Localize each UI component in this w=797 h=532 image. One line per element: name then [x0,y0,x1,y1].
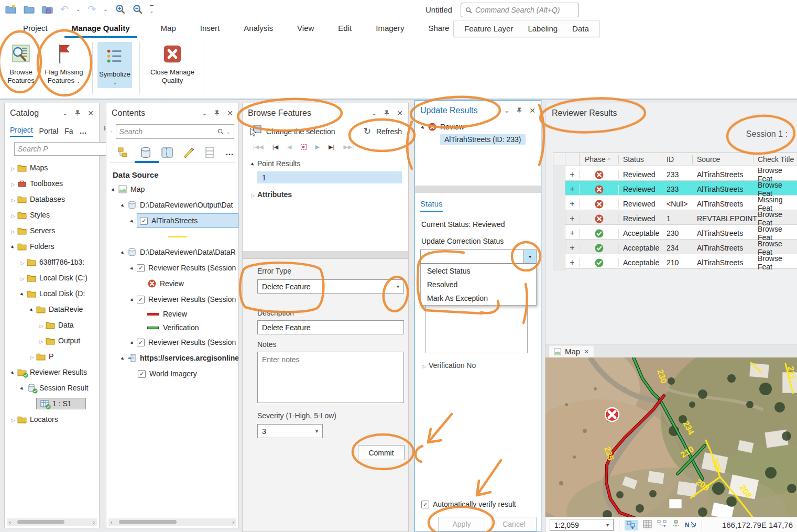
layout-grid-add-icon[interactable] [625,520,638,530]
pin-icon[interactable] [516,107,522,114]
apply-button[interactable]: Apply [438,517,485,531]
next-result-icon[interactable]: ▶ [315,144,320,150]
table-row[interactable]: +Reviewed1REVTABLEPOINTBrowse Feat [553,210,797,225]
pin-icon[interactable] [384,110,390,116]
expander-icon[interactable] [37,336,46,345]
catalog-item-toolboxes[interactable]: Toolboxes [5,176,99,191]
option-mark-as-exception[interactable]: Mark As Exception [421,291,536,305]
catalog-item-638ff786[interactable]: 638ff786-1b3: [5,254,99,270]
expander-icon[interactable] [9,415,17,424]
contents-search-input[interactable] [119,127,215,136]
tab-share[interactable]: Share [421,20,456,38]
catalog-tab-overflow[interactable]: … [80,127,88,135]
column-check-title[interactable]: Check Title [754,155,797,164]
tab-view[interactable]: View [290,20,321,38]
horizontal-scrollbar[interactable]: ‹› [108,518,236,526]
expander-icon[interactable] [128,338,137,346]
contents-item-reviewer-results-2[interactable]: Reviewer Results (Session 1 : [106,291,238,307]
change-selection-icon[interactable] [249,125,262,137]
contents-item-arcgisonline[interactable]: https://services.arcgisonline.c [106,350,238,366]
catalog-item-session-result[interactable]: Session Result [5,380,99,396]
list-by-drawing-order-icon[interactable] [118,147,130,158]
contents-item-verification-line[interactable]: Verification [106,321,238,334]
description-input[interactable] [257,320,404,334]
previous-page-icon[interactable]: |◀ [272,144,278,150]
compass-north-icon[interactable]: N [685,521,696,529]
catalog-item-folders[interactable]: Folders [5,238,99,254]
expander-icon[interactable] [419,123,428,131]
list-by-data-source-icon[interactable] [139,147,152,158]
catalog-item-styles[interactable]: Styles [5,207,99,223]
contents-item-output-gdb[interactable]: D:\DataReviewer\Output\Dat [106,197,238,213]
catalog-search-input[interactable] [18,145,113,153]
expander-icon[interactable] [420,361,429,370]
auto-verify-row[interactable]: Automatically verify result [421,500,516,508]
attributes-section[interactable]: Attributes [243,187,408,202]
tab-insert[interactable]: Insert [193,20,227,38]
chevron-down-icon[interactable]: ⌄ [62,110,68,117]
correction-status-combo[interactable]: ▾ [420,249,537,264]
command-search[interactable] [461,3,579,17]
expander-icon[interactable] [128,295,137,303]
catalog-tab-project[interactable]: Project [10,126,33,137]
undo-icon[interactable]: ↶ [60,3,69,15]
catalog-tab-favorites[interactable]: Fa [64,127,73,135]
expand-row-icon[interactable]: + [565,214,580,223]
expander-icon[interactable] [128,264,137,272]
expand-row-icon[interactable]: + [565,243,580,253]
layer-checkbox[interactable] [137,339,145,346]
contents-item-world-imagery[interactable]: World Imagery [106,366,238,382]
layer-checkbox[interactable] [137,296,145,303]
contents-item-reviewer-results-1[interactable]: Reviewer Results (Session 1 : [106,260,238,276]
chevron-down-icon[interactable]: ⌄ [504,107,509,114]
expander-icon[interactable] [9,179,17,188]
expander-icon[interactable] [18,289,27,298]
expander-icon[interactable] [249,159,257,168]
option-resolved[interactable]: Resolved [421,278,536,291]
filter-icon[interactable] [111,128,112,136]
expand-row-icon[interactable]: + [565,258,580,267]
grid-icon[interactable] [643,520,652,530]
contents-item-review-line[interactable]: Review [106,307,238,321]
layer-checkbox[interactable] [140,217,148,225]
tab-feature-layer[interactable]: Feature Layer [461,21,516,36]
contents-item-data-gdb[interactable]: D:\DataReviewer\Data\DataR [106,244,238,260]
catalog-item-reviewer-results[interactable]: Reviewer Results [5,364,99,380]
severity-combo[interactable]: 3▾ [257,424,323,438]
catalog-item-output[interactable]: Output [5,333,99,349]
table-row[interactable]: +Acceptable210AlTirahStreetsBrowse Feat [553,254,797,269]
tab-analysis[interactable]: Analysis [236,20,280,38]
tab-manage-quality[interactable]: Manage Quality [64,20,137,38]
catalog-item-local-disk-c[interactable]: Local Disk (C:) [5,270,99,286]
pin-icon[interactable] [214,110,220,116]
expander-icon[interactable] [9,368,17,376]
open-project-icon[interactable] [24,4,35,14]
tab-labeling[interactable]: Labeling [525,21,561,36]
last-result-icon[interactable]: ▶▶| [343,144,354,150]
update-tree-review[interactable]: Review [415,121,541,133]
catalog-item-p[interactable]: P [5,349,99,364]
save-project-icon[interactable] [42,4,53,14]
expand-row-icon[interactable]: + [565,229,580,238]
contents-search[interactable]: ⌄ [116,124,234,139]
list-by-editing-icon[interactable] [182,147,195,158]
contents-item-review-point[interactable]: Review [106,276,238,291]
first-result-icon[interactable]: |◀◀ [253,144,264,150]
map-viewport[interactable]: 230 234 235 210 209 235 208 211 [545,357,797,517]
table-row[interactable]: +Acceptable230AlTirahStreetsBrowse Feat [553,225,797,240]
catalog-item-servers[interactable]: Servers [5,223,99,238]
close-manage-quality-button[interactable]: Close Manage Quality [149,42,195,85]
expander-icon[interactable] [128,216,137,225]
column-phase[interactable]: Phase ^ [580,155,619,164]
expander-icon[interactable] [18,384,27,392]
layer-checkbox[interactable] [138,370,146,378]
chevron-down-icon[interactable]: ⌄ [202,110,207,117]
change-selection-label[interactable]: Change the selection [266,127,335,136]
column-status[interactable]: Status [619,155,662,164]
snapping-icon[interactable] [672,520,680,530]
notes-textarea[interactable] [257,352,404,403]
cancel-button[interactable]: Cancel [492,517,537,531]
catalog-item-locators[interactable]: Locators [5,411,99,427]
measure-icon[interactable] [657,520,667,530]
chevron-down-icon[interactable]: ⌄ [372,110,377,117]
